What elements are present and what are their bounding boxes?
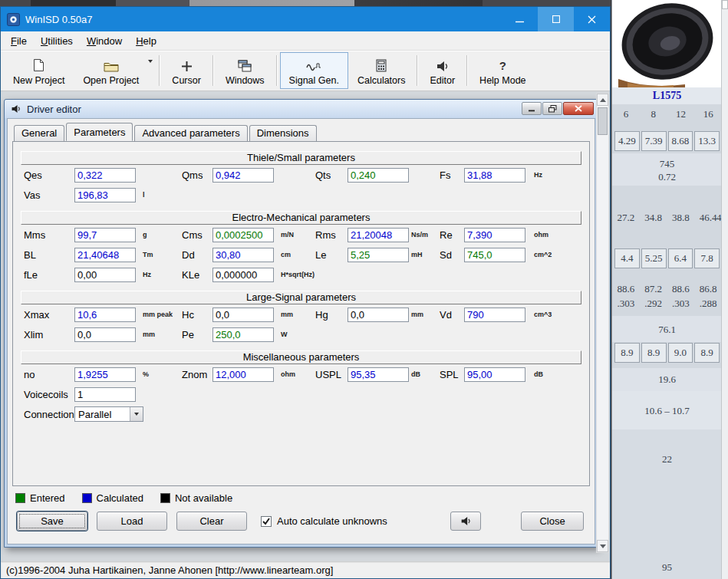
field-label-hc: Hc — [182, 309, 212, 321]
vas-input[interactable] — [74, 188, 136, 202]
field-label-qts: Qts — [315, 169, 348, 181]
toolbar-separator — [159, 55, 160, 86]
connection-select[interactable]: Parallel — [74, 406, 143, 422]
scrollbar-thumb[interactable] — [598, 107, 608, 135]
maximize-button[interactable] — [538, 7, 574, 31]
toolbar-editor-button[interactable]: Editor — [420, 52, 464, 89]
panel-scrollbar[interactable] — [721, 0, 728, 579]
app-icon — [7, 13, 20, 26]
tab-advanced-parameters[interactable]: Advanced parameters — [134, 125, 247, 141]
toolbar-new-project-button[interactable]: New Project — [4, 52, 74, 89]
spec-value: 745 — [612, 158, 722, 170]
tab-dimensions[interactable]: Dimensions — [249, 125, 317, 141]
dialog-titlebar[interactable]: Driver editor — [5, 100, 598, 118]
field-row: fLe Hz KLe H*sqrt(Hz) — [18, 265, 585, 285]
panel-scroll-top-button[interactable] — [722, 0, 728, 9]
dialog-restore-button[interactable] — [542, 102, 562, 115]
open-project-dropdown[interactable] — [148, 52, 156, 89]
toolbar-calculators-button[interactable]: Calculators — [348, 52, 415, 89]
winisd-main-window: WinISD 0.50a7 File Utilities Window Help… — [0, 6, 611, 579]
toolbar-help-mode-button[interactable]: ? Help Mode — [470, 52, 535, 89]
connection-dropdown-button[interactable] — [130, 407, 143, 421]
tab-general[interactable]: General — [14, 125, 64, 141]
parameters-tab-page: Thiele/Small parameters Qes Qms Qts Fs — [12, 141, 590, 486]
dialog-minimize-button[interactable] — [522, 102, 542, 115]
field-label-qes: Qes — [24, 169, 74, 181]
arrow-down-icon — [600, 544, 606, 548]
toolbar-signal-gen-button[interactable]: Signal Gen. — [280, 52, 348, 89]
field-row: Mms g Cms m/N Rms Ns/m Re ohm — [18, 225, 585, 245]
unit-sd: cm^2 — [530, 251, 585, 258]
unit-znom: ohm — [277, 370, 315, 378]
le-input[interactable] — [348, 248, 409, 262]
cms-input[interactable] — [212, 228, 274, 242]
menu-help[interactable]: Help — [129, 33, 163, 49]
tab-parameters[interactable]: Parameters — [66, 123, 133, 141]
hc-input[interactable] — [212, 308, 274, 322]
scroll-up-arrow[interactable] — [597, 94, 608, 106]
scroll-down-arrow[interactable] — [597, 540, 608, 552]
sd-input[interactable] — [464, 248, 525, 262]
auto-calc-checkbox[interactable] — [261, 516, 272, 527]
field-row: Voicecoils — [18, 384, 585, 404]
menu-utilities[interactable]: Utilities — [34, 33, 80, 49]
spec-row-cells: 8.9 8.9 9.0 8.9 — [612, 343, 722, 363]
field-row: Vas l — [18, 185, 585, 205]
menu-file[interactable]: File — [4, 33, 34, 49]
mdi-vertical-scrollbar[interactable] — [596, 93, 609, 553]
kle-input[interactable] — [212, 268, 274, 282]
unit-xmax: mm peak — [139, 311, 182, 318]
field-row: Qes Qms Qts Fs Hz — [18, 165, 585, 185]
pe-input[interactable] — [212, 327, 274, 342]
speaker-icon — [460, 516, 472, 526]
driver-photo — [612, 0, 722, 87]
dialog-close-button[interactable] — [563, 102, 594, 115]
speaker-button[interactable] — [450, 512, 481, 531]
mms-input[interactable] — [74, 228, 136, 242]
field-label-le: Le — [315, 249, 348, 261]
uspl-input[interactable] — [348, 367, 409, 382]
color-legend: Entered Calculated Not available — [15, 492, 587, 504]
no-input[interactable] — [74, 367, 136, 382]
dd-input[interactable] — [212, 248, 274, 262]
qms-input[interactable] — [212, 168, 274, 183]
field-label-vas: Vas — [24, 189, 74, 201]
spec-row: .303 .292 .303 .288 — [612, 298, 722, 310]
voicecoils-input[interactable] — [74, 387, 136, 402]
unit-bl: Tm — [139, 251, 182, 258]
toolbar-windows-button[interactable]: Windows — [216, 52, 274, 89]
toolbar-cursor-button[interactable]: Cursor — [163, 52, 210, 89]
unit-le: mH — [407, 251, 440, 258]
znom-input[interactable] — [212, 367, 274, 382]
spec-value: 19.6 — [612, 373, 722, 386]
fle-input[interactable] — [74, 268, 136, 282]
connection-selected-value: Parallel — [75, 409, 130, 420]
titlebar[interactable]: WinISD 0.50a7 — [1, 7, 610, 31]
vd-input[interactable] — [464, 308, 525, 322]
load-button[interactable]: Load — [97, 512, 167, 531]
qes-input[interactable] — [74, 168, 136, 183]
close-button[interactable] — [574, 7, 610, 31]
fs-input[interactable] — [464, 168, 525, 183]
bl-input[interactable] — [74, 248, 136, 262]
menu-window[interactable]: Window — [80, 33, 129, 49]
section-header-thiele-small: Thiele/Small parameters — [21, 151, 581, 165]
spl-input[interactable] — [464, 367, 525, 382]
field-label-re: Re — [440, 229, 464, 241]
unit-vd: cm^3 — [530, 311, 585, 318]
qts-input[interactable] — [348, 168, 409, 183]
clear-button[interactable]: Clear — [176, 512, 247, 531]
xmax-input[interactable] — [74, 308, 136, 322]
legend-calculated-label: Calculated — [97, 492, 143, 504]
new-project-icon — [33, 57, 44, 72]
dialog-close-action-button[interactable]: Close — [521, 512, 584, 531]
minimize-button[interactable] — [502, 7, 538, 31]
rms-input[interactable] — [348, 228, 409, 242]
field-row: no % Znom ohm USPL dB SPL dB — [18, 364, 585, 384]
save-button[interactable]: Save — [17, 512, 87, 531]
unit-xlim: mm — [139, 331, 182, 338]
hg-input[interactable] — [348, 308, 409, 322]
toolbar-open-project-button[interactable]: Open Project — [74, 52, 148, 89]
xlim-input[interactable] — [74, 327, 136, 342]
re-input[interactable] — [464, 228, 525, 242]
